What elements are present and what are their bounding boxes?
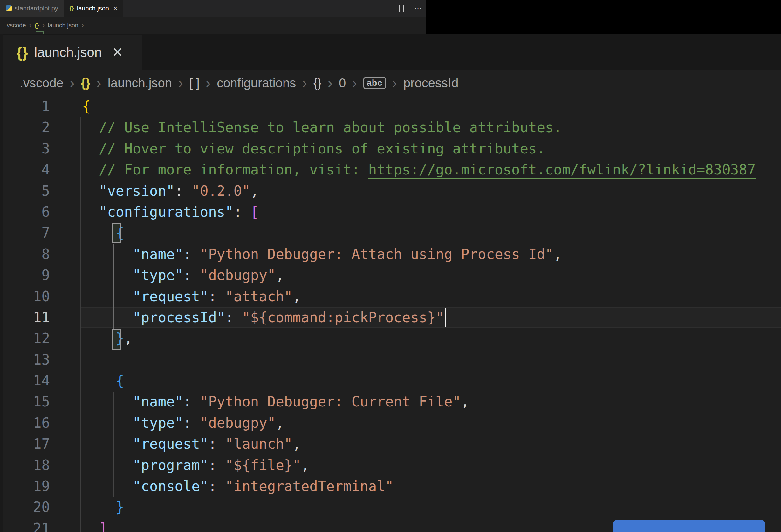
chevron-icon: ›: [42, 21, 44, 30]
code-editor[interactable]: 1{2 // Use IntelliSense to learn about p…: [0, 96, 781, 532]
chevron-icon: ›: [352, 75, 357, 91]
code-text[interactable]: // Use IntelliSense to learn about possi…: [50, 117, 562, 138]
code-line-8[interactable]: 8 "name": "Python Debugger: Attach using…: [0, 244, 781, 265]
line-number[interactable]: 19: [0, 476, 50, 497]
code-text[interactable]: ]: [50, 518, 107, 532]
code-line-1[interactable]: 1{: [0, 96, 781, 117]
token: // Use IntelliSense to learn about possi…: [82, 119, 562, 135]
breadcrumb-item-.vscode[interactable]: .vscode: [20, 76, 64, 90]
mini-tab-launch.json[interactable]: {}launch.json✕: [64, 0, 123, 17]
code-line-20[interactable]: 20 }: [0, 497, 781, 518]
tab-launch-json[interactable]: {} launch.json ✕: [3, 35, 142, 70]
line-number[interactable]: 20: [0, 497, 50, 518]
code-line-11[interactable]: 11 "processId": "${command:pickProcess}": [0, 307, 781, 328]
line-number[interactable]: 13: [0, 349, 50, 370]
line-number[interactable]: 17: [0, 434, 50, 454]
line-number[interactable]: 7: [0, 222, 50, 243]
close-tab-icon[interactable]: ✕: [112, 44, 123, 60]
token: "request": [82, 288, 208, 304]
chevron-icon: ›: [81, 21, 84, 30]
breadcrumb-item-processId[interactable]: processId: [403, 76, 458, 90]
line-number[interactable]: 21: [0, 518, 50, 532]
code-line-15[interactable]: 15 "name": "Python Debugger: Current Fil…: [0, 391, 781, 412]
line-number[interactable]: 10: [0, 286, 50, 307]
code-line-18[interactable]: 18 "program": "${file}",: [0, 455, 781, 476]
line-number[interactable]: 12: [0, 328, 50, 349]
code-line-2[interactable]: 2 // Use IntelliSense to learn about pos…: [0, 117, 781, 138]
code-text[interactable]: "console": "integratedTerminal": [50, 476, 394, 497]
mini-tab-standardplot.py[interactable]: standardplot.py: [0, 0, 64, 17]
line-number[interactable]: 11: [0, 307, 50, 328]
code-text[interactable]: "name": "Python Debugger: Attach using P…: [50, 244, 562, 265]
breadcrumb-item-.vscode[interactable]: .vscode: [5, 22, 26, 29]
token: :: [183, 415, 200, 431]
json-braces-icon: {}: [70, 5, 74, 12]
code-text[interactable]: [50, 349, 82, 370]
breadcrumb-item-launch.json[interactable]: launch.json: [48, 22, 78, 29]
add-configuration-button[interactable]: [613, 520, 765, 532]
token: :: [208, 457, 225, 473]
line-number[interactable]: 15: [0, 391, 50, 412]
code-line-17[interactable]: 17 "request": "launch",: [0, 434, 781, 454]
token: :: [183, 394, 200, 410]
line-number[interactable]: 9: [0, 265, 50, 286]
token: {: [82, 372, 124, 389]
code-line-6[interactable]: 6 "configurations": [: [0, 202, 781, 222]
line-number[interactable]: 6: [0, 202, 50, 222]
code-text[interactable]: }: [50, 497, 124, 518]
matched-bracket-box: [112, 223, 121, 243]
split-editor-icon[interactable]: [399, 5, 407, 12]
token: "0.2.0": [191, 183, 250, 199]
code-text[interactable]: // Hover to view descriptions of existin…: [50, 138, 545, 159]
breadcrumb-item-…[interactable]: …: [87, 22, 93, 29]
code-text[interactable]: "configurations": [: [50, 202, 259, 222]
line-number[interactable]: 14: [0, 370, 50, 391]
token: "type": [82, 267, 183, 283]
breadcrumb-item-launch.json[interactable]: launch.json: [108, 76, 172, 90]
line-number[interactable]: 5: [0, 180, 50, 202]
breadcrumb-item-configurations[interactable]: configurations: [217, 76, 296, 90]
code-text[interactable]: {: [50, 96, 91, 117]
line-number[interactable]: 16: [0, 412, 50, 434]
line-number[interactable]: 18: [0, 455, 50, 476]
more-actions-icon[interactable]: ⋯: [414, 4, 422, 13]
token: "console": [82, 478, 208, 494]
token: "request": [82, 436, 208, 452]
code-text[interactable]: {: [50, 370, 124, 391]
breadcrumb-item-0[interactable]: 0: [339, 76, 346, 90]
token: ,: [292, 436, 301, 452]
vscode-window: standardplot.py{}launch.json✕ ⋯ .vscode›…: [0, 0, 781, 532]
token: "Python Debugger: Attach using Process I…: [200, 246, 554, 262]
code-text[interactable]: "name": "Python Debugger: Current File",: [50, 391, 469, 412]
code-line-19[interactable]: 19 "console": "integratedTerminal": [0, 476, 781, 497]
code-text[interactable]: "request": "launch",: [50, 434, 301, 454]
code-line-4[interactable]: 4 // For more information, visit: https:…: [0, 159, 781, 180]
code-text[interactable]: "request": "attach",: [50, 286, 301, 307]
code-line-5[interactable]: 5 "version": "0.2.0",: [0, 180, 781, 202]
code-text[interactable]: "type": "debugpy",: [50, 265, 284, 286]
editor-actions: ⋯: [399, 0, 422, 17]
array-brackets-icon: [ ]: [190, 76, 200, 90]
code-line-16[interactable]: 16 "type": "debugpy",: [0, 412, 781, 434]
code-text[interactable]: // For more information, visit: https://…: [50, 159, 755, 180]
code-line-9[interactable]: 9 "type": "debugpy",: [0, 265, 781, 286]
line-number[interactable]: 1: [0, 96, 50, 117]
token: "processId": [82, 309, 225, 325]
token: {: [82, 98, 91, 114]
line-number[interactable]: 3: [0, 138, 50, 159]
code-line-13[interactable]: 13: [0, 349, 781, 370]
code-text[interactable]: "version": "0.2.0",: [50, 180, 259, 202]
code-line-14[interactable]: 14 {: [0, 370, 781, 391]
line-number[interactable]: 4: [0, 159, 50, 180]
code-line-10[interactable]: 10 "request": "attach",: [0, 286, 781, 307]
token: "name": [82, 246, 183, 262]
close-tab-icon[interactable]: ✕: [113, 5, 118, 12]
code-text[interactable]: "program": "${file}",: [50, 455, 309, 476]
code-text[interactable]: "processId": "${command:pickProcess}": [50, 307, 444, 328]
line-number[interactable]: 2: [0, 117, 50, 138]
code-text[interactable]: "type": "debugpy",: [50, 412, 284, 434]
code-line-3[interactable]: 3 // Hover to view descriptions of exist…: [0, 138, 781, 159]
token: "program": [82, 457, 208, 473]
line-number[interactable]: 8: [0, 244, 50, 265]
mini-tabs-container: standardplot.py{}launch.json✕: [0, 0, 123, 17]
